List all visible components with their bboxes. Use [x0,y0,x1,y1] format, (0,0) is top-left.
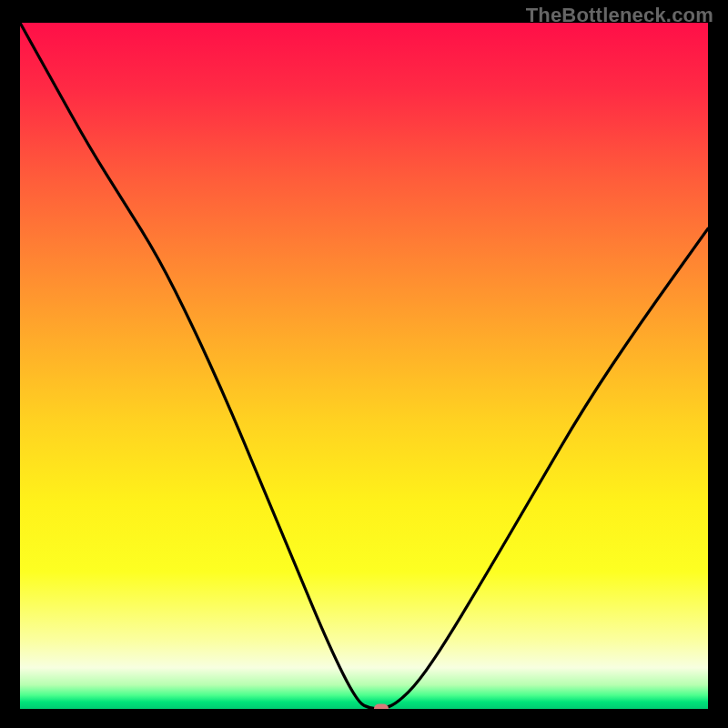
watermark-text: TheBottleneck.com [526,4,713,27]
optimum-marker [374,704,389,710]
chart-frame: TheBottleneck.com [0,0,728,728]
plot-area [20,23,708,709]
bottleneck-curve [20,23,708,709]
